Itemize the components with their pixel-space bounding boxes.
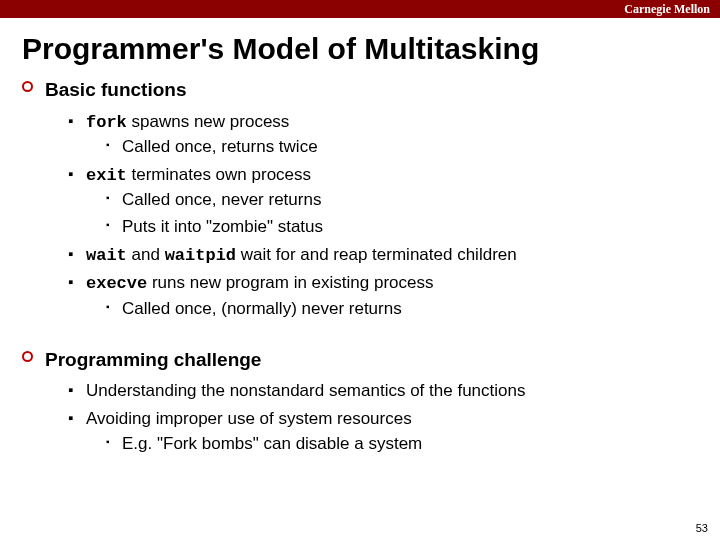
section-heading-text: Programming challenge [45, 346, 261, 374]
hollow-circle-bullet-icon [22, 351, 33, 362]
code-term: execve [86, 274, 147, 293]
sub-item: Called once, never returns [106, 188, 698, 213]
code-term: wait [86, 246, 127, 265]
section-2: Programming challenge Understanding the … [22, 346, 698, 456]
list-item: Understanding the nonstandard semantics … [68, 379, 698, 404]
list-item: execve runs new program in existing proc… [68, 271, 698, 321]
sub-list: Called once, (normally) never returns [106, 297, 698, 322]
slide: Carnegie Mellon Programmer's Model of Mu… [0, 0, 720, 540]
sub-list: Called once, never returns Puts it into … [106, 188, 698, 239]
code-term: exit [86, 166, 127, 185]
sub-list: E.g. "Fork bombs" can disable a system [106, 432, 698, 457]
bullet-list: Understanding the nonstandard semantics … [68, 379, 698, 456]
item-text: terminates own process [127, 165, 311, 184]
list-item: fork spawns new process Called once, ret… [68, 110, 698, 160]
institution-name: Carnegie Mellon [624, 2, 710, 17]
item-text: wait for and reap terminated children [236, 245, 517, 264]
item-text: and [127, 245, 165, 264]
item-text: runs new program in existing process [147, 273, 433, 292]
list-item: wait and waitpid wait for and reap termi… [68, 243, 698, 269]
code-term: waitpid [165, 246, 236, 265]
section-heading: Basic functions [22, 76, 698, 104]
slide-title: Programmer's Model of Multitasking [0, 18, 720, 76]
header-bar: Carnegie Mellon [0, 0, 720, 18]
bullet-list: fork spawns new process Called once, ret… [68, 110, 698, 322]
list-item: Avoiding improper use of system resource… [68, 407, 698, 456]
section-heading-text: Basic functions [45, 76, 186, 104]
list-item: exit terminates own process Called once,… [68, 163, 698, 240]
item-text: spawns new process [127, 112, 290, 131]
hollow-circle-bullet-icon [22, 81, 33, 92]
section-heading: Programming challenge [22, 346, 698, 374]
page-number: 53 [696, 522, 708, 534]
code-term: fork [86, 113, 127, 132]
slide-content: Basic functions fork spawns new process … [0, 76, 720, 456]
sub-list: Called once, returns twice [106, 135, 698, 160]
section-1: Basic functions fork spawns new process … [22, 76, 698, 322]
sub-item: Called once, (normally) never returns [106, 297, 698, 322]
sub-item: E.g. "Fork bombs" can disable a system [106, 432, 698, 457]
sub-item: Called once, returns twice [106, 135, 698, 160]
sub-item: Puts it into "zombie" status [106, 215, 698, 240]
